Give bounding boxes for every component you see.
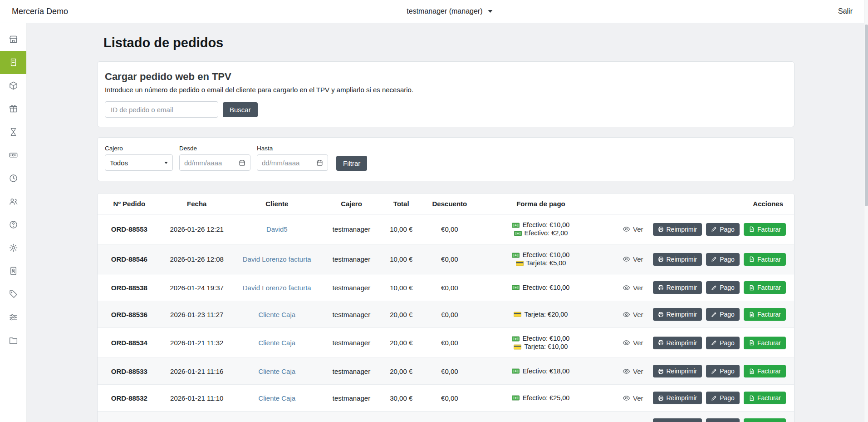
order-id: ORD-88534 (98, 328, 161, 358)
payment-button[interactable]: Pago (706, 392, 740, 404)
sidebar-item-payments[interactable] (0, 144, 26, 167)
reprint-button[interactable]: Reimprimir (653, 365, 702, 377)
client-link[interactable]: David Lorenzo facturta (243, 255, 311, 263)
invoice-button[interactable]: Facturar (744, 253, 786, 266)
pencil-icon (711, 368, 717, 374)
order-discount: €0,00 (421, 214, 478, 244)
payment-line: Efectivo: €25,00 (512, 394, 569, 402)
brand[interactable]: Mercería Demo (12, 7, 68, 16)
printer-icon (658, 226, 664, 232)
client-link[interactable]: Cliente Caja (258, 311, 295, 318)
payment-button[interactable]: Pago (706, 418, 740, 422)
sidebar-item-contact[interactable] (0, 259, 26, 283)
invoice-button[interactable]: Facturar (744, 223, 786, 236)
eye-icon (623, 311, 630, 318)
order-id: ORD-88533 (98, 358, 161, 385)
order-discount: €0,00 (421, 385, 478, 412)
payment-button[interactable]: Pago (706, 223, 740, 236)
view-button[interactable]: Ver (623, 367, 643, 375)
invoice-button[interactable]: Facturar (744, 337, 786, 349)
table-row: ORD-88534 2026-01-21 11:32 Cliente Caja … (98, 328, 794, 358)
order-search-input[interactable] (105, 101, 218, 118)
date-to-input[interactable]: dd/mm/aaaa (257, 154, 328, 171)
sidebar-item-hourglass[interactable] (0, 120, 26, 144)
sidebar (0, 23, 27, 422)
sidebar-item-products[interactable] (0, 74, 26, 97)
client-link[interactable]: David Lorenzo facturta (243, 284, 311, 292)
main-content: Listado de pedidos Cargar pedido web en … (97, 0, 794, 422)
pencil-icon (711, 340, 717, 346)
order-discount: €0,00 (421, 301, 478, 328)
filter-button[interactable]: Filtrar (336, 156, 367, 171)
payment-line: Efectivo: €2,00 (514, 229, 568, 237)
view-button[interactable]: Ver (623, 311, 643, 318)
page-title: Listado de pedidos (103, 35, 794, 50)
reprint-button[interactable]: Reimprimir (653, 281, 702, 294)
pencil-icon (711, 226, 717, 232)
orders-tbody: ORD-88553 2026-01-26 12:21 David5 testma… (98, 214, 794, 422)
search-button[interactable]: Buscar (223, 102, 258, 117)
products-icon (9, 81, 18, 90)
view-button[interactable]: Ver (623, 394, 643, 402)
order-discount: €0,00 (421, 274, 478, 301)
sidebar-item-help[interactable] (0, 213, 26, 236)
invoice-button[interactable]: Facturar (744, 392, 786, 404)
sidebar-item-customers[interactable] (0, 190, 26, 213)
row-actions: Ver Reimprimir Pago Facturar (607, 308, 790, 321)
payment-button[interactable]: Pago (706, 308, 740, 321)
cashier: testmanager (321, 274, 382, 301)
order-id: ORD-88553 (98, 214, 161, 244)
view-button[interactable]: Ver (623, 255, 643, 263)
reprint-button[interactable]: Reimprimir (653, 308, 702, 321)
scrollbar-thumb[interactable] (865, 25, 868, 206)
payment-button[interactable]: Pago (706, 253, 740, 266)
payment-button[interactable]: Pago (706, 281, 740, 294)
sidebar-item-gift[interactable] (0, 97, 26, 120)
store-icon (9, 35, 18, 44)
client-link[interactable]: Cliente Caja (258, 367, 295, 375)
view-button[interactable]: Ver (623, 225, 643, 233)
logout-link[interactable]: Salir (838, 7, 853, 15)
cashier: testmanager (321, 385, 382, 412)
view-button[interactable]: Ver (623, 284, 643, 292)
client-link[interactable]: Cliente Caja (258, 339, 295, 347)
reprint-button[interactable]: Reimprimir (653, 392, 702, 404)
reprint-button[interactable]: Reimprimir (653, 253, 702, 266)
client-link[interactable]: Cliente Caja (258, 394, 295, 402)
date-from-input[interactable]: dd/mm/aaaa (179, 154, 250, 171)
eye-icon (623, 225, 630, 233)
invoice-button[interactable]: Facturar (744, 281, 786, 294)
cashier-select[interactable]: Todos (105, 154, 173, 171)
reprint-button[interactable]: Reimprimir (653, 223, 702, 236)
scrollbar[interactable] (864, 0, 868, 422)
sidebar-item-folder[interactable] (0, 329, 26, 352)
column-header-client: Cliente (233, 194, 321, 214)
cashier: testmanager (321, 244, 382, 274)
sidebar-item-settings[interactable] (0, 236, 26, 259)
order-id: ORD-88538 (98, 274, 161, 301)
client-link[interactable]: David5 (266, 225, 288, 233)
sidebar-item-sliders[interactable] (0, 306, 26, 329)
filters-card: Cajero Todos Desde dd/mm/aaaa Hasta dd/m… (97, 137, 794, 181)
sidebar-item-tags[interactable] (0, 283, 26, 306)
invoice-button[interactable]: Facturar (744, 365, 786, 377)
sidebar-item-store[interactable] (0, 28, 26, 51)
payment-button[interactable]: Pago (706, 365, 740, 377)
order-date: 2026-01-21 11:32 (161, 328, 233, 358)
sidebar-item-orders[interactable] (0, 51, 26, 74)
sidebar-item-history[interactable] (0, 167, 26, 190)
cashier: testmanager (321, 358, 382, 385)
eye-icon (623, 284, 630, 292)
payment-button[interactable]: Pago (706, 337, 740, 349)
reprint-button[interactable]: Reimprimir (653, 337, 702, 349)
invoice-button[interactable]: Facturar (744, 308, 786, 321)
view-button[interactable]: Ver (623, 339, 643, 347)
reprint-button[interactable]: Reimprimir (653, 418, 702, 422)
load-order-title: Cargar pedido web en TPV (105, 71, 787, 83)
column-header-date: Fecha (161, 194, 233, 214)
row-actions: Ver Reimprimir Pago Facturar (607, 365, 790, 377)
invoice-button[interactable]: Facturar (744, 418, 786, 422)
customers-icon (9, 197, 18, 206)
date-from-label: Desde (179, 145, 250, 152)
user-menu-dropdown[interactable]: testmanager (manager) (407, 7, 492, 15)
